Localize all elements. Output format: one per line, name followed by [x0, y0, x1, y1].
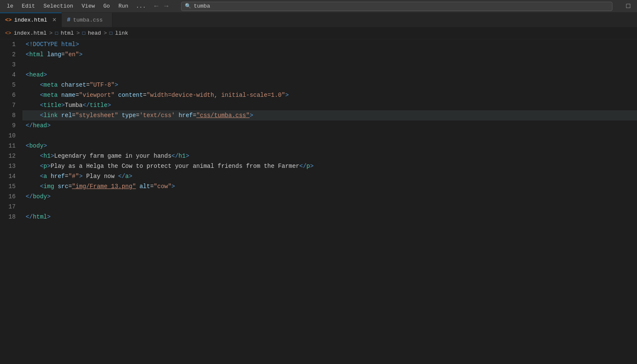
head-close-tagname: head [33, 120, 47, 131]
ln-18: 18 [8, 212, 16, 222]
type-val: 'text/css' [140, 110, 175, 120]
h1-text: Legendary farm game in your hands [54, 151, 171, 161]
code-line-11: <body> [22, 141, 637, 151]
eq-8c: = [193, 110, 196, 120]
ln-17: 17 [8, 202, 16, 212]
tag-close-a: </ [118, 171, 125, 181]
tag-open-link: < [40, 110, 43, 120]
code-line-5: <meta charset="UTF-8"> [22, 80, 637, 90]
menu-selection[interactable]: Selection [40, 2, 77, 10]
search-bar[interactable]: 🔍 tumba [181, 2, 612, 11]
rel-attr: rel [61, 110, 72, 120]
indent-13 [26, 161, 40, 171]
indent-7 [26, 100, 40, 110]
html-icon: <> [5, 17, 12, 23]
body-tagname: body [29, 141, 44, 151]
code-line-10 [22, 131, 637, 141]
p-close-tagname: p [307, 161, 310, 171]
indent-12 [26, 151, 40, 161]
code-line-16: </body> [22, 192, 637, 202]
code-line-14: <a href="#"> Play now </a> [22, 171, 637, 181]
tag-end-p: > [47, 161, 50, 171]
breadcrumb-link[interactable]: link [115, 30, 128, 36]
code-line-13: <p>Play as a Helga the Cow to protect yo… [22, 161, 637, 171]
menu-run[interactable]: Run [115, 2, 132, 10]
sp-15a [54, 181, 58, 192]
breadcrumb: <> index.html > □ html > □ head > □ link [0, 27, 637, 39]
menu-go[interactable]: Go [100, 2, 113, 10]
ln-14: 14 [8, 171, 16, 181]
tab-index-html[interactable]: <> index.html × [0, 13, 62, 27]
tag-close-a-end: > [129, 171, 132, 181]
menu-view[interactable]: View [78, 2, 98, 10]
code-area[interactable]: <!DOCTYPE html> <html lang="en"> <head> … [22, 39, 637, 364]
tag-close-html: > [79, 49, 82, 60]
tag-end-h1: > [51, 151, 54, 161]
a-text: Play now [82, 171, 118, 181]
window-controls: □ [623, 2, 634, 11]
menu-le[interactable]: le [3, 2, 17, 10]
name-val: "viewport" [79, 90, 115, 100]
sp-6b [115, 90, 118, 100]
breadcrumb-head[interactable]: head [88, 30, 101, 36]
code-line-1: <!DOCTYPE html> [22, 39, 637, 49]
sp-15b [136, 181, 139, 192]
tag-close-h1: </ [171, 151, 178, 161]
eq-8a: = [72, 110, 75, 120]
nav-back[interactable]: ← [152, 2, 161, 11]
breadcrumb-file[interactable]: index.html [14, 30, 47, 36]
href-val-a: "#" [69, 171, 79, 181]
nav-forward[interactable]: → [162, 2, 171, 11]
href-attr: href [178, 110, 193, 120]
h1-close-tagname: h1 [178, 151, 186, 161]
indent-8 [26, 110, 40, 120]
eq-1: = [61, 49, 65, 60]
sp-8a [58, 110, 61, 120]
tag-open-title: < [40, 100, 43, 110]
tag-open-p: < [40, 161, 43, 171]
css-icon: # [67, 16, 70, 23]
code-line-18: </html> [22, 212, 637, 222]
title-text: Tumba [65, 100, 82, 110]
title-tagname: title [44, 100, 61, 110]
code-line-2: <html lang="en"> [22, 49, 637, 60]
tag-close-head-end: > [47, 120, 50, 131]
tag-close-html-end: > [47, 212, 50, 222]
tag-close-title: </ [82, 100, 90, 110]
window-maximize[interactable]: □ [623, 2, 634, 11]
menu-more[interactable]: ... [133, 2, 148, 10]
tag-open-head: < [26, 70, 29, 80]
tab-label-index-html: index.html [14, 17, 47, 23]
ln-4: 4 [8, 70, 16, 80]
ln-9: 9 [8, 120, 16, 131]
code-line-4: <head> [22, 70, 637, 80]
eq-14: = [65, 171, 68, 181]
tag-close-body-end: > [47, 192, 50, 202]
code-line-9: </head> [22, 120, 637, 131]
href-val: "css/tumba.css" [196, 110, 250, 120]
tag-close-body: > [44, 141, 47, 151]
tag-open-body: < [26, 141, 29, 151]
ln-1: 1 [8, 39, 16, 49]
breadcrumb-html-element-icon-3: □ [110, 30, 113, 36]
menu-edit[interactable]: Edit [19, 2, 38, 10]
indent-15 [26, 181, 40, 192]
tabs-bar: <> index.html × # tumba.css [0, 13, 637, 27]
head-tagname: head [29, 70, 44, 80]
tag-close-html-open: </ [26, 212, 33, 222]
a-close-tagname: a [125, 171, 129, 181]
html-close-tagname: html [33, 212, 47, 222]
tag-close-link: > [250, 110, 253, 120]
code-line-8: <link rel="stylesheet" type='text/css' h… [22, 110, 637, 120]
tab-close-index-html[interactable]: × [52, 17, 57, 24]
breadcrumb-html[interactable]: html [60, 30, 74, 36]
tag-end-title: > [61, 100, 65, 110]
breadcrumb-html-element-icon-1: □ [55, 30, 58, 36]
eq-6a: = [75, 90, 79, 100]
rel-val: "stylesheet" [75, 110, 118, 120]
ln-15: 15 [8, 181, 16, 192]
title-tagname-close: title [90, 100, 107, 110]
sp-5 [58, 80, 61, 90]
tab-tumba-css[interactable]: # tumba.css [62, 13, 113, 27]
code-line-17 [22, 202, 637, 212]
